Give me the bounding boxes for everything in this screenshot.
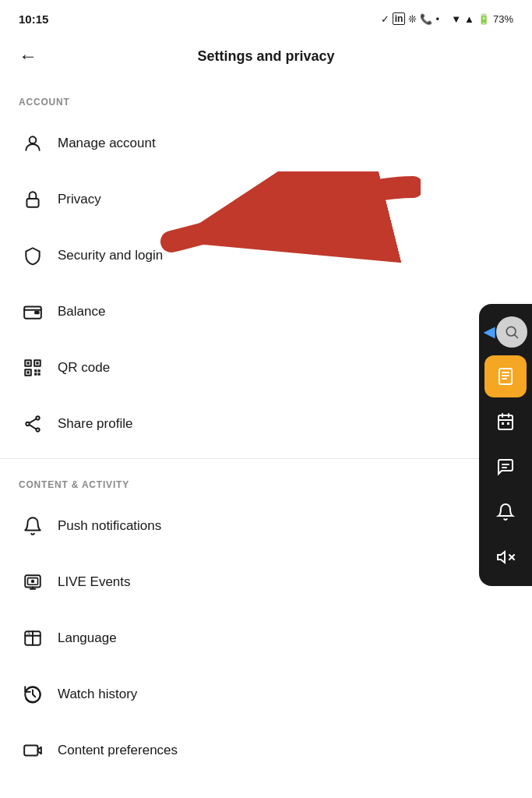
privacy-label: Privacy <box>58 192 101 207</box>
svg-rect-37 <box>499 415 513 429</box>
qr-code-label: QR code <box>58 360 110 376</box>
balance-item[interactable]: Balance <box>0 284 532 340</box>
svg-rect-41 <box>502 422 504 425</box>
status-bar: 10:15 ✓ in ❊ 📞 • ▼ ▲ 🔋 73% <box>0 0 532 34</box>
qr-icon <box>19 354 47 382</box>
lock-icon <box>19 185 47 214</box>
signal-icon: ▲ <box>464 13 474 25</box>
content-activity-section: CONTENT & ACTIVITY Push notifications LI… <box>0 465 532 798</box>
content-preferences-item[interactable]: Content preferences <box>0 722 532 779</box>
person-icon <box>19 129 47 157</box>
calendar-button[interactable] <box>484 401 527 443</box>
share-profile-label: Share profile <box>58 416 132 432</box>
manage-account-label: Manage account <box>58 136 156 151</box>
svg-rect-10 <box>26 371 29 373</box>
svg-rect-42 <box>507 422 509 425</box>
svg-rect-13 <box>34 373 37 376</box>
account-section: ACCOUNT Manage account Privacy Security … <box>0 83 532 452</box>
live-events-label: LIVE Events <box>58 574 131 590</box>
dot-icon: • <box>435 13 439 25</box>
language-icon: A <box>19 624 47 652</box>
svg-line-32 <box>515 335 518 338</box>
manage-account-item[interactable]: Manage account <box>0 115 532 171</box>
svg-rect-9 <box>36 362 38 364</box>
bell-float-button[interactable] <box>484 491 527 533</box>
header: ← Settings and privacy <box>0 34 532 83</box>
status-time: 10:15 <box>19 12 48 26</box>
battery-icon: 🔋 <box>477 13 490 25</box>
status-icons: ✓ in ❊ 📞 • ▼ ▲ 🔋 73% <box>381 12 513 25</box>
push-notifications-label: Push notifications <box>58 518 161 534</box>
battery-percent: 73% <box>493 13 513 25</box>
share-profile-item[interactable]: Share profile <box>0 396 532 452</box>
qr-code-item[interactable]: QR code <box>0 340 532 396</box>
svg-line-19 <box>30 425 37 429</box>
content-preferences-label: Content preferences <box>58 743 178 758</box>
svg-marker-45 <box>498 552 505 563</box>
page-title: Settings and privacy <box>197 48 334 65</box>
wifi-icon: ▼ <box>451 13 461 25</box>
security-login-item[interactable]: Security and login <box>0 228 532 284</box>
svg-point-1 <box>30 136 37 143</box>
mute-button[interactable] <box>484 536 527 578</box>
privacy-item[interactable]: Privacy <box>0 171 532 228</box>
svg-rect-12 <box>38 369 41 372</box>
search-row[interactable]: ◀ <box>481 312 530 352</box>
share-icon <box>19 410 47 438</box>
svg-rect-14 <box>38 373 41 376</box>
shield-icon <box>19 242 47 270</box>
bell-icon <box>19 512 47 540</box>
svg-line-18 <box>30 419 37 423</box>
content-activity-label: CONTENT & ACTIVITY <box>0 465 532 498</box>
svg-rect-28 <box>24 746 37 756</box>
language-label: Language <box>58 630 117 646</box>
linkedin-icon: in <box>393 12 406 25</box>
svg-rect-4 <box>34 311 39 314</box>
chevron-left-icon: ◀ <box>484 323 495 341</box>
back-button[interactable]: ← <box>16 42 41 70</box>
ads-item[interactable]: Ads <box>0 779 532 798</box>
watch-history-item[interactable]: Watch history <box>0 666 532 722</box>
notepad-button[interactable] <box>484 355 527 397</box>
video-icon <box>19 736 47 764</box>
live-icon <box>19 568 47 596</box>
balance-label: Balance <box>58 304 105 320</box>
security-login-label: Security and login <box>58 248 163 263</box>
section-divider <box>0 458 532 459</box>
language-item[interactable]: A Language <box>0 610 532 666</box>
account-section-label: ACCOUNT <box>0 83 532 115</box>
svg-point-22 <box>31 580 34 583</box>
phone-icon: 📞 <box>420 13 432 25</box>
wallet-icon <box>19 298 47 326</box>
svg-rect-11 <box>34 369 37 372</box>
history-icon <box>19 680 47 708</box>
svg-text:A: A <box>26 630 30 636</box>
watch-history-label: Watch history <box>58 687 137 702</box>
chat-button[interactable] <box>484 446 527 488</box>
floating-sidebar: ◀ <box>479 304 532 586</box>
hotspot-icon: ❊ <box>408 13 417 25</box>
alarm-icon: ✓ <box>381 13 389 25</box>
push-notifications-item[interactable]: Push notifications <box>0 498 532 554</box>
ads-icon <box>19 793 47 798</box>
live-events-item[interactable]: LIVE Events <box>0 554 532 610</box>
svg-rect-8 <box>26 362 29 364</box>
svg-rect-2 <box>26 199 38 207</box>
search-bubble[interactable] <box>496 316 527 348</box>
